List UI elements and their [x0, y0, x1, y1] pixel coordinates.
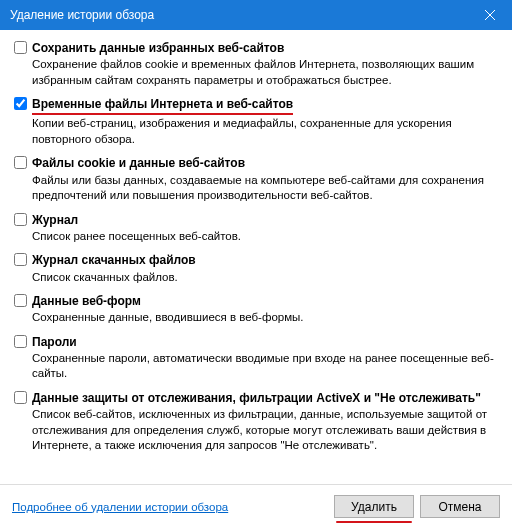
window-title: Удаление истории обзора [10, 8, 154, 22]
option-label[interactable]: Журнал скачанных файлов [32, 252, 498, 268]
dialog-footer: Подробнее об удалении истории обзора Уда… [0, 484, 512, 528]
option-text: Сохранить данные избранных веб-сайтовСох… [32, 40, 498, 88]
option-description: Сохраненные пароли, автоматически вводим… [32, 351, 498, 382]
option-label[interactable]: Журнал [32, 212, 498, 228]
option-description: Список веб-сайтов, исключенных из фильтр… [32, 407, 498, 454]
option-label[interactable]: Временные файлы Интернета и веб-сайтов [32, 96, 498, 115]
option-checkbox[interactable] [14, 97, 27, 110]
delete-button[interactable]: Удалить [334, 495, 414, 518]
option-text: Журнал скачанных файловСписок скачанных … [32, 252, 498, 285]
option-row: Данные защиты от отслеживания, фильтраци… [14, 390, 498, 454]
option-label[interactable]: Файлы cookie и данные веб-сайтов [32, 155, 498, 171]
option-checkbox[interactable] [14, 335, 27, 348]
option-row: Временные файлы Интернета и веб-сайтовКо… [14, 96, 498, 147]
option-row: Файлы cookie и данные веб-сайтовФайлы ил… [14, 155, 498, 203]
option-text: Временные файлы Интернета и веб-сайтовКо… [32, 96, 498, 147]
option-text: Файлы cookie и данные веб-сайтовФайлы ил… [32, 155, 498, 203]
option-checkbox[interactable] [14, 41, 27, 54]
option-label[interactable]: Сохранить данные избранных веб-сайтов [32, 40, 498, 56]
option-description: Список ранее посещенных веб-сайтов. [32, 229, 498, 245]
option-row: ПаролиСохраненные пароли, автоматически … [14, 334, 498, 382]
option-label[interactable]: Данные веб-форм [32, 293, 498, 309]
option-description: Сохранение файлов cookie и временных фай… [32, 57, 498, 88]
option-checkbox[interactable] [14, 156, 27, 169]
option-checkbox[interactable] [14, 391, 27, 404]
option-description: Список скачанных файлов. [32, 270, 498, 286]
titlebar: Удаление истории обзора [0, 0, 512, 30]
highlight-underline: Временные файлы Интернета и веб-сайтов [32, 96, 293, 115]
close-icon [485, 10, 495, 20]
option-text: ПаролиСохраненные пароли, автоматически … [32, 334, 498, 382]
option-checkbox[interactable] [14, 294, 27, 307]
option-label[interactable]: Данные защиты от отслеживания, фильтраци… [32, 390, 498, 406]
cancel-button[interactable]: Отмена [420, 495, 500, 518]
option-description: Файлы или базы данных, создаваемые на ко… [32, 173, 498, 204]
option-row: Журнал скачанных файловСписок скачанных … [14, 252, 498, 285]
option-description: Копии веб-страниц, изображения и медиафа… [32, 116, 498, 147]
option-text: ЖурналСписок ранее посещенных веб-сайтов… [32, 212, 498, 245]
option-row: ЖурналСписок ранее посещенных веб-сайтов… [14, 212, 498, 245]
option-row: Данные веб-формСохраненные данные, вводи… [14, 293, 498, 326]
option-row: Сохранить данные избранных веб-сайтовСох… [14, 40, 498, 88]
options-container: Сохранить данные избранных веб-сайтовСох… [0, 30, 512, 484]
option-label[interactable]: Пароли [32, 334, 498, 350]
button-group: Удалить Отмена [334, 495, 500, 518]
option-checkbox[interactable] [14, 253, 27, 266]
help-link[interactable]: Подробнее об удалении истории обзора [12, 501, 228, 513]
option-description: Сохраненные данные, вводившиеся в веб-фо… [32, 310, 498, 326]
close-button[interactable] [467, 0, 512, 30]
option-checkbox[interactable] [14, 213, 27, 226]
option-text: Данные защиты от отслеживания, фильтраци… [32, 390, 498, 454]
highlight-underline [336, 521, 412, 524]
option-text: Данные веб-формСохраненные данные, вводи… [32, 293, 498, 326]
